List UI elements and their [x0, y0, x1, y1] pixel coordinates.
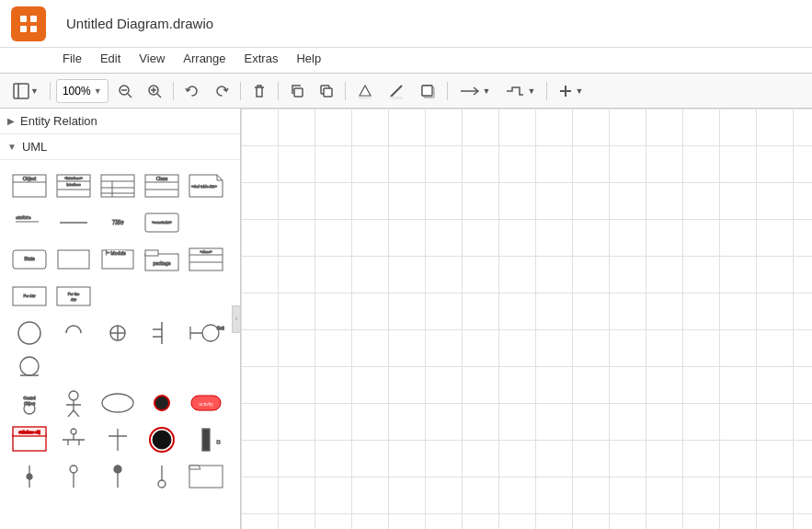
- uml-actor-shape[interactable]: [53, 388, 94, 418]
- svg-line-86: [68, 410, 74, 417]
- uml-dot3-shape[interactable]: [97, 462, 138, 491]
- zoom-control[interactable]: 100% ▼: [56, 79, 109, 103]
- uml-boundary-shape[interactable]: Entity Object: [186, 318, 226, 348]
- shape-row-6: Control Object: [6, 385, 234, 421]
- uml-swimlane-shape[interactable]: swimlane obj: [9, 425, 50, 454]
- svg-text:«actor»: «actor»: [16, 214, 31, 220]
- panel-collapse-handle[interactable]: ›: [232, 305, 241, 333]
- svg-text:package: package: [154, 260, 171, 266]
- shape-row-2: «actor» Title «co: [6, 204, 234, 241]
- svg-text:Entity Object: Entity Object: [217, 326, 224, 330]
- svg-text:Attr: Attr: [71, 297, 77, 302]
- uml-section-header[interactable]: ▼ UML: [0, 134, 240, 160]
- svg-rect-56: [145, 250, 158, 256]
- uml-lifeline-shape[interactable]: «actor»: [9, 208, 50, 237]
- uml-shapes-section: Object «interface» Interface: [0, 160, 240, 502]
- toggle-panel-arrow: ▼: [30, 86, 39, 96]
- sep2: [173, 82, 174, 100]
- uml-title-shape[interactable]: Title: [97, 208, 138, 237]
- connection-style-arrow: ▼: [483, 86, 491, 96]
- uml-half-circle-shape[interactable]: [53, 318, 94, 348]
- svg-point-89: [154, 396, 169, 410]
- app-title: Untitled Diagram.drawio: [66, 16, 213, 31]
- diagram-canvas[interactable]: [241, 109, 812, 529]
- svg-rect-64: [57, 287, 90, 305]
- uml-label: UML: [22, 140, 47, 154]
- svg-point-102: [153, 431, 171, 449]
- menu-view[interactable]: View: [132, 50, 172, 67]
- uml-bar-shape[interactable]: [97, 425, 138, 454]
- svg-point-97: [71, 429, 76, 434]
- uml-entity-obj-shape[interactable]: [9, 351, 50, 381]
- svg-rect-15: [324, 88, 332, 97]
- uml-class2-shape[interactable]: Class: [142, 171, 182, 201]
- uml-box1-shape[interactable]: For Attr: [9, 282, 50, 311]
- uml-frame-shape[interactable]: [186, 462, 226, 491]
- menu-edit[interactable]: Edit: [93, 50, 128, 67]
- zoom-out-button[interactable]: [112, 79, 138, 103]
- uml-interface-shape[interactable]: «interface» Interface: [53, 171, 94, 201]
- delete-button[interactable]: [246, 79, 272, 103]
- svg-text:For the: For the: [68, 292, 80, 296]
- waypoints-button[interactable]: ▼: [499, 79, 541, 103]
- add-button[interactable]: ▼: [553, 79, 589, 103]
- uml-dot-shape[interactable]: [9, 462, 50, 491]
- entity-relation-arrow: ▶: [7, 116, 15, 126]
- uml-line-shape[interactable]: [53, 208, 94, 237]
- uml-end-shape[interactable]: □: [186, 425, 226, 454]
- zoom-in-button[interactable]: [142, 79, 167, 103]
- uml-system-shape[interactable]: ⊢ Module: [97, 245, 138, 274]
- shape-row-5: Entity Object: [6, 315, 234, 385]
- entity-relation-label: Entity Relation: [20, 114, 97, 128]
- copy-button[interactable]: [284, 79, 310, 103]
- connection-style-button[interactable]: ▼: [453, 79, 497, 103]
- sep5: [345, 82, 346, 100]
- uml-constraint-shape[interactable]: «constraint»: [142, 208, 182, 237]
- uml-circle-cross-shape[interactable]: [97, 318, 138, 348]
- undo-button[interactable]: [179, 79, 205, 103]
- svg-line-87: [74, 410, 79, 417]
- title-bar: Untitled Diagram.drawio: [0, 0, 812, 48]
- svg-line-17: [391, 86, 402, 97]
- svg-text:«interface»: «interface»: [64, 176, 84, 180]
- uml-fork-shape[interactable]: [142, 318, 182, 348]
- svg-text:Control: Control: [24, 396, 36, 400]
- uml-class3-shape[interactable]: «class»: [186, 245, 226, 274]
- svg-text:«deri table Attr»: «deri table Attr»: [191, 184, 218, 189]
- uml-filled-circle-shape[interactable]: [142, 388, 182, 418]
- uml-control-obj-shape[interactable]: Control Object: [9, 388, 50, 418]
- uml-table-shape[interactable]: [97, 171, 138, 201]
- toggle-panel-button[interactable]: ▼: [7, 79, 44, 103]
- entity-relation-section-header[interactable]: ▶ Entity Relation: [0, 109, 240, 134]
- svg-rect-3: [30, 26, 37, 32]
- uml-note-shape[interactable]: «deri table Attr»: [186, 171, 226, 201]
- uml-class-shape[interactable]: Object: [9, 171, 50, 201]
- fill-color-button[interactable]: [351, 79, 379, 103]
- svg-text:Interface: Interface: [66, 182, 81, 187]
- sep6: [447, 82, 448, 100]
- shadow-button[interactable]: [414, 79, 441, 103]
- redo-button[interactable]: [209, 79, 234, 103]
- uml-package-shape[interactable]: package: [142, 245, 182, 274]
- uml-filled-circle2-shape[interactable]: [142, 425, 182, 454]
- svg-text:□: □: [217, 439, 220, 444]
- uml-fork-bar-shape[interactable]: [53, 425, 94, 454]
- uml-use-case-shape[interactable]: [97, 388, 138, 418]
- uml-rect-shape[interactable]: [53, 245, 94, 274]
- menu-file[interactable]: File: [55, 50, 89, 67]
- uml-state-shape[interactable]: State: [9, 245, 50, 274]
- uml-activity-shape[interactable]: activity: [186, 388, 226, 418]
- menu-extras[interactable]: Extras: [237, 50, 286, 67]
- menu-help[interactable]: Help: [289, 50, 328, 67]
- uml-dot2-shape[interactable]: [53, 462, 94, 491]
- paste-button[interactable]: [314, 79, 339, 103]
- svg-text:«constraint»: «constraint»: [152, 220, 173, 224]
- menu-arrange[interactable]: Arrange: [176, 50, 233, 67]
- svg-point-88: [102, 394, 133, 412]
- uml-circle-shape[interactable]: [9, 318, 50, 348]
- svg-text:For Attr: For Attr: [23, 293, 36, 298]
- uml-box2-shape[interactable]: For the Attr: [53, 282, 94, 311]
- shape-row-8: [6, 458, 234, 495]
- uml-dot4-shape[interactable]: [142, 462, 182, 491]
- line-color-button[interactable]: [383, 79, 410, 103]
